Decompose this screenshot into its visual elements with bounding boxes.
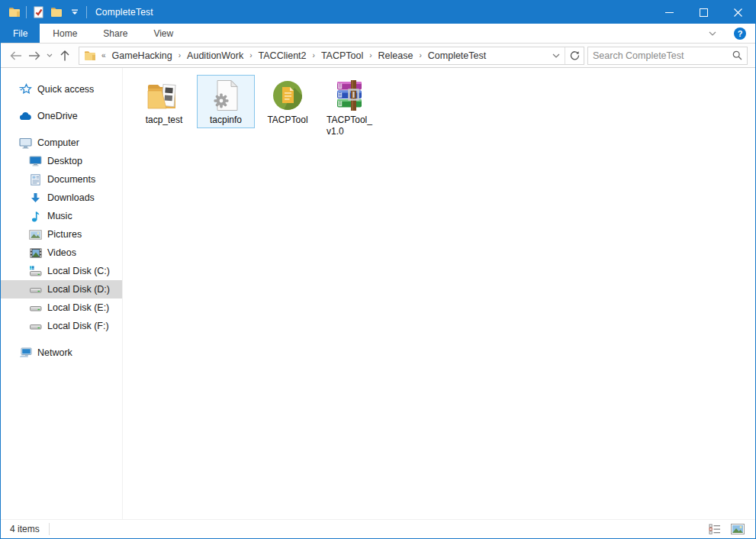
up-button[interactable] [56, 47, 74, 65]
minimize-button[interactable] [652, 1, 687, 24]
file-list: tacp_test [123, 68, 755, 519]
search-icon [732, 50, 742, 60]
breadcrumb-separator[interactable]: › [367, 47, 374, 64]
sidebar-item-label: Downloads [47, 192, 95, 203]
folder-icon [8, 7, 21, 18]
documents-icon [29, 173, 42, 186]
file-name-line1: TACPTool_ [327, 115, 372, 126]
onedrive-icon [19, 110, 32, 123]
sidebar-item-local-disk-e[interactable]: Local Disk (E:) [1, 299, 122, 317]
tab-home[interactable]: Home [40, 24, 90, 43]
previous-locations-button[interactable] [548, 47, 565, 64]
back-arrow-icon [10, 51, 22, 60]
title-bar: CompleteTest [1, 1, 755, 24]
tab-view[interactable]: View [140, 24, 186, 43]
details-view-button[interactable] [706, 521, 723, 537]
quick-access-toolbar [1, 1, 89, 24]
breadcrumb-gamehacking[interactable]: GameHacking [108, 47, 176, 64]
config-file-icon [211, 78, 240, 111]
minimize-icon [665, 8, 674, 17]
navigation-pane: Quick access OneDrive [1, 68, 123, 519]
drive-c-icon [29, 265, 42, 278]
address-bar[interactable]: « GameHacking › AuditionWork › TACClient… [79, 47, 584, 65]
tab-file[interactable]: File [1, 24, 40, 43]
sidebar-item-computer[interactable]: Computer [1, 134, 122, 152]
chevron-down-icon [552, 53, 560, 58]
chevron-down-icon [709, 31, 716, 36]
recent-locations-button[interactable] [43, 47, 56, 65]
breadcrumb-separator[interactable]: › [176, 47, 183, 64]
breadcrumb-tacptool[interactable]: TACPTool [317, 47, 367, 64]
pictures-icon [29, 228, 42, 241]
refresh-icon [570, 50, 580, 60]
forward-arrow-icon [28, 51, 40, 60]
window-controls [652, 1, 755, 24]
file-name-line2: v1.0 [327, 126, 372, 137]
up-arrow-icon [60, 50, 69, 61]
sidebar-item-network[interactable]: Network [1, 344, 122, 362]
sidebar-item-local-disk-f[interactable]: Local Disk (F:) [1, 317, 122, 335]
sidebar-item-label: Local Disk (D:) [47, 284, 110, 295]
network-icon [19, 347, 32, 360]
new-folder-button[interactable] [47, 1, 66, 24]
new-folder-icon [50, 7, 63, 18]
file-name: TACPTool [267, 115, 307, 126]
explorer-app-icon[interactable] [5, 1, 24, 24]
ribbon-tab-bar: File Home Share View ? [1, 24, 755, 44]
quick-access-icon [19, 83, 32, 96]
breadcrumb-auditionwork[interactable]: AuditionWork [183, 47, 247, 64]
sidebar-item-label: Videos [47, 247, 76, 258]
breadcrumb-separator[interactable]: › [310, 47, 317, 64]
sidebar-item-label: Documents [47, 174, 95, 185]
close-button[interactable] [721, 1, 755, 24]
sidebar-item-local-disk-c[interactable]: Local Disk (C:) [1, 262, 122, 280]
customize-qat-button[interactable] [66, 1, 84, 24]
file-item-tacptool-v10[interactable]: TACPTool_ v1.0 [320, 75, 378, 140]
sidebar-item-downloads[interactable]: Downloads [1, 189, 122, 207]
breadcrumb-overflow[interactable]: « [99, 47, 108, 64]
breadcrumb-tacclient2[interactable]: TACClient2 [255, 47, 310, 64]
search-input[interactable] [588, 50, 727, 61]
file-name: TACPTool_ v1.0 [327, 115, 372, 137]
search-button[interactable] [727, 47, 747, 64]
properties-icon [33, 6, 44, 18]
expand-ribbon-button[interactable] [703, 24, 722, 43]
music-icon [29, 210, 42, 223]
videos-icon [29, 247, 42, 260]
chevron-down-icon [47, 53, 53, 57]
tab-share[interactable]: Share [90, 24, 140, 43]
winrar-archive-icon [333, 78, 365, 111]
thumbnails-view-icon [731, 524, 745, 534]
breadcrumb-release[interactable]: Release [375, 47, 417, 64]
file-item-tacptool[interactable]: TACPTool [259, 75, 317, 128]
desktop-icon [29, 155, 42, 168]
refresh-button[interactable] [565, 47, 584, 64]
items-count: 4 items [1, 524, 40, 534]
maximize-button[interactable] [687, 1, 721, 24]
sidebar-item-documents[interactable]: Documents [1, 170, 122, 189]
file-item-tacp-test[interactable]: tacp_test [135, 75, 193, 128]
properties-button[interactable] [29, 1, 47, 24]
sidebar-item-label: OneDrive [37, 111, 78, 121]
file-item-tacpinfo[interactable]: tacpinfo [197, 75, 255, 128]
customize-dropdown-icon [71, 9, 79, 15]
thumbnails-view-button[interactable] [729, 521, 746, 537]
sidebar-item-pictures[interactable]: Pictures [1, 225, 122, 244]
breadcrumb-separator[interactable]: › [247, 47, 254, 64]
qat-separator [86, 6, 87, 18]
sidebar-item-videos[interactable]: Videos [1, 244, 122, 262]
sidebar-item-desktop[interactable]: Desktop [1, 152, 122, 170]
drive-icon [29, 302, 42, 315]
back-button[interactable] [7, 47, 25, 65]
sidebar-item-local-disk-d[interactable]: Local Disk (D:) [1, 280, 122, 299]
sidebar-item-music[interactable]: Music [1, 207, 122, 225]
help-button[interactable]: ? [734, 27, 746, 40]
breadcrumb-separator[interactable]: › [417, 47, 423, 64]
breadcrumb-completetest[interactable]: CompleteTest [424, 47, 490, 64]
sidebar-item-onedrive[interactable]: OneDrive [1, 107, 122, 125]
sidebar-item-label: Local Disk (C:) [47, 266, 110, 276]
sidebar-item-label: Music [47, 211, 72, 221]
sidebar-item-quick-access[interactable]: Quick access [1, 80, 122, 98]
forward-button[interactable] [25, 47, 43, 65]
details-view-icon [709, 524, 721, 534]
